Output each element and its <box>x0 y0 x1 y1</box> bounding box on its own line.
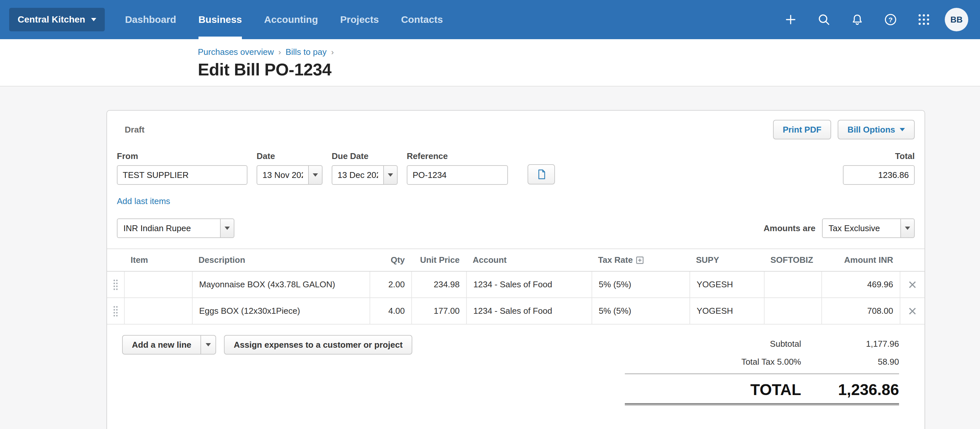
cell-qty[interactable]: 4.00 <box>369 298 411 324</box>
org-name: Central Kitchen <box>18 14 85 25</box>
delete-row-button[interactable] <box>900 272 924 297</box>
amounts-are-group: Amounts are Tax Exclusive <box>764 218 915 238</box>
tax-label: Total Tax 5.00% <box>625 357 801 367</box>
apps-menu-button[interactable] <box>912 7 936 32</box>
cell-description[interactable]: Mayonnaise BOX (4x3.78L GALON) <box>192 272 369 297</box>
nav-dashboard[interactable]: Dashboard <box>114 0 188 39</box>
top-actions: Print PDF Bill Options <box>773 120 915 140</box>
assign-expenses-button[interactable]: Assign expenses to a customer or project <box>224 335 412 354</box>
breadcrumb-separator: › <box>278 48 281 57</box>
grand-total-double-rule <box>625 403 899 405</box>
reference-label: Reference <box>407 151 508 161</box>
breadcrumb-separator: › <box>331 48 334 57</box>
cell-unit-price[interactable]: 234.98 <box>411 272 466 297</box>
nav-contacts[interactable]: Contacts <box>390 0 454 39</box>
cell-account[interactable]: 1234 - Sales of Food <box>466 298 592 324</box>
line-actions: Add a new line Assign expenses to a cust… <box>122 335 412 354</box>
cell-tax-rate[interactable]: 5% (5%) <box>592 298 689 324</box>
add-last-items-row: Add last items <box>117 195 247 207</box>
drag-handle[interactable] <box>107 272 124 297</box>
cell-tax-rate[interactable]: 5% (5%) <box>592 272 689 297</box>
due-date-field: Due Date <box>332 151 398 185</box>
help-button[interactable]: ? <box>878 7 903 32</box>
cell-item[interactable] <box>124 272 192 297</box>
grand-total-row: TOTAL 1,236.86 <box>625 374 899 403</box>
user-avatar[interactable]: BB <box>945 8 968 31</box>
tax-rate-expand-icon[interactable] <box>636 256 644 264</box>
cell-amount[interactable]: 469.96 <box>821 272 900 297</box>
reference-input[interactable] <box>407 165 508 185</box>
chevron-down-icon <box>900 218 915 238</box>
header-unit-price: Unit Price <box>411 249 466 271</box>
breadcrumb-purchases-overview[interactable]: Purchases overview <box>198 47 274 57</box>
close-icon <box>909 281 916 288</box>
plus-icon <box>783 13 798 27</box>
total-input[interactable] <box>843 165 915 185</box>
from-input[interactable] <box>117 165 247 185</box>
primary-nav: Dashboard Business Accounting Projects C… <box>114 0 454 39</box>
tax-row: Total Tax 5.00% 58.90 <box>625 353 899 371</box>
due-date-label: Due Date <box>332 151 398 161</box>
close-icon <box>909 308 916 315</box>
delete-row-button[interactable] <box>900 298 924 324</box>
quick-add-button[interactable] <box>778 7 803 32</box>
below-table-area: Add a new line Assign expenses to a cust… <box>117 335 915 405</box>
currency-row: INR Indian Rupee Amounts are Tax Exclusi… <box>117 218 915 238</box>
nav-projects[interactable]: Projects <box>329 0 390 39</box>
currency-select[interactable]: INR Indian Rupee <box>117 218 234 238</box>
handle-header <box>107 249 124 271</box>
document-icon <box>535 168 547 180</box>
cell-supy[interactable]: YOGESH <box>689 272 764 297</box>
subtotal-value: 1,177.96 <box>801 339 899 349</box>
date-field: Date <box>256 151 323 185</box>
from-label: From <box>117 151 247 161</box>
cell-unit-price[interactable]: 177.00 <box>411 298 466 324</box>
chevron-down-icon <box>313 173 318 176</box>
cell-description[interactable]: Eggs BOX (12x30x1Piece) <box>192 298 369 324</box>
total-label: Total <box>895 151 915 161</box>
date-input[interactable] <box>256 165 308 185</box>
cell-account[interactable]: 1234 - Sales of Food <box>466 272 592 297</box>
add-last-items-link[interactable]: Add last items <box>117 196 170 206</box>
table-header-row: Item Description Qty Unit Price Account … <box>107 248 924 272</box>
delete-header <box>900 249 924 271</box>
cell-softobiz[interactable] <box>764 298 821 324</box>
due-date-picker-toggle[interactable] <box>383 165 398 185</box>
page-header: Purchases overview › Bills to pay › Edit… <box>0 39 980 86</box>
apps-grid-icon <box>917 13 931 27</box>
date-label: Date <box>256 151 323 161</box>
nav-accounting[interactable]: Accounting <box>253 0 329 39</box>
xero-app: Central Kitchen Dashboard Business Accou… <box>0 0 980 429</box>
drag-dots-icon <box>113 279 118 291</box>
cell-supy[interactable]: YOGESH <box>689 298 764 324</box>
chevron-down-icon <box>900 128 905 131</box>
drag-handle[interactable] <box>107 298 124 324</box>
table-row: Mayonnaise BOX (4x3.78L GALON) 2.00 234.… <box>107 272 924 298</box>
grand-total-value: 1,236.86 <box>801 381 899 399</box>
header-item: Item <box>124 249 192 271</box>
currency-value: INR Indian Rupee <box>117 218 220 238</box>
copy-document-button[interactable] <box>528 164 555 184</box>
add-new-line-options-toggle[interactable] <box>200 335 216 354</box>
nav-business[interactable]: Business <box>188 0 253 39</box>
notifications-button[interactable] <box>845 7 870 32</box>
cell-qty[interactable]: 2.00 <box>369 272 411 297</box>
breadcrumb-bills-to-pay[interactable]: Bills to pay <box>286 47 327 57</box>
tax-treatment-select[interactable]: Tax Exclusive <box>822 218 915 238</box>
chevron-down-icon <box>220 218 234 238</box>
cell-softobiz[interactable] <box>764 272 821 297</box>
search-button[interactable] <box>811 7 836 32</box>
due-date-input[interactable] <box>332 165 383 185</box>
print-pdf-button[interactable]: Print PDF <box>773 120 831 140</box>
totals-summary: Subtotal 1,177.96 Total Tax 5.00% 58.90 … <box>625 335 899 405</box>
drag-dots-icon <box>113 305 118 317</box>
cell-amount[interactable]: 708.00 <box>821 298 900 324</box>
date-picker-toggle[interactable] <box>308 165 323 185</box>
header-supy: SUPY <box>689 249 764 271</box>
add-new-line-button[interactable]: Add a new line <box>122 335 201 354</box>
page-content: Draft Print PDF Bill Options From Add la… <box>0 86 980 429</box>
bill-options-button[interactable]: Bill Options <box>838 120 915 140</box>
page-title: Edit Bill PO-1234 <box>198 60 980 79</box>
cell-item[interactable] <box>124 298 192 324</box>
org-switcher[interactable]: Central Kitchen <box>9 8 105 31</box>
